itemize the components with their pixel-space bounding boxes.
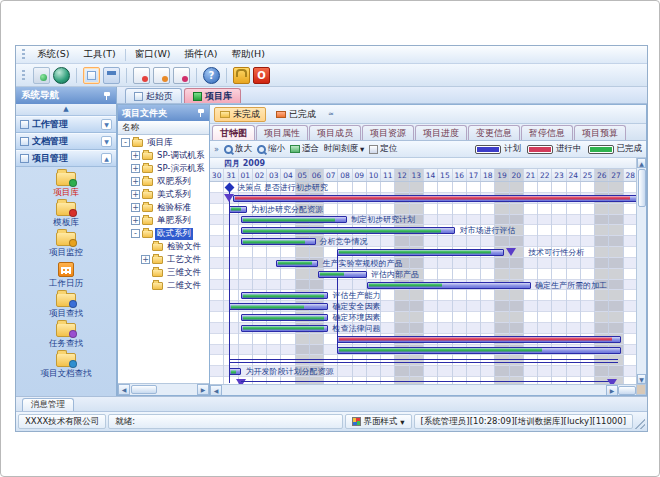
gantt-bar[interactable] [276,260,319,267]
tree-expander-icon[interactable]: + [131,151,140,160]
menu-item-5[interactable]: 帮助(H) [224,47,272,62]
fit-button[interactable]: 适合 [290,143,319,155]
template-window-icon[interactable] [103,67,120,84]
time-scale-dropdown[interactable]: 时间刻度▾ [324,143,364,155]
tree-expander-icon[interactable]: + [131,216,140,225]
menu-item-3[interactable]: 窗口(W) [128,47,178,62]
tree-node-10[interactable]: +工艺文件 [118,253,209,266]
tree-node-8[interactable]: -欧式系列 [118,227,209,240]
lock-icon[interactable] [233,67,250,84]
tree-node-1[interactable]: -项目库 [118,136,209,149]
project-window-icon[interactable] [83,67,100,84]
tree-node-7[interactable]: +单肥系列 [118,214,209,227]
tree-node-2[interactable]: +SP-调试机系 [118,149,209,162]
sidebar-item-2[interactable]: 模板库 [20,201,112,230]
tree-node-9[interactable]: 检验文件 [118,240,209,253]
tree-expander-icon[interactable]: + [141,255,150,264]
detail-tab-1[interactable]: 甘特图 [212,125,255,140]
sidebar-item-6[interactable]: 任务查找 [20,322,112,351]
scroll-down-icon[interactable]: ▼ [637,374,646,384]
toolbar-grip[interactable] [22,70,25,81]
gantt-bar[interactable] [241,314,328,321]
tree-node-3[interactable]: +SP-演示机系 [118,162,209,175]
gantt-bar[interactable] [337,347,621,354]
detail-tab-8[interactable]: 项目预算 [574,125,626,140]
tree-expander-icon[interactable]: + [131,164,140,173]
gantt-bar[interactable] [241,216,347,223]
sidebar-group-1[interactable]: 工作管理▼ [16,116,116,133]
sidebar-item-5[interactable]: 项目查找 [20,292,112,321]
tree-expander-icon[interactable]: + [131,203,140,212]
locate-button[interactable]: 定位 [369,143,397,155]
gantt-bar[interactable] [318,271,367,278]
chevron-icon[interactable]: ▼ [101,136,112,147]
tree-pushpin-icon[interactable] [197,109,205,117]
chevron-icon[interactable]: ▲ [101,153,112,164]
pushpin-icon[interactable] [103,92,111,100]
sidebar-item-1[interactable]: 项目库 [20,171,112,200]
report-edit-icon[interactable] [153,67,170,84]
menu-item-1[interactable]: 系统(S) [30,47,76,62]
zoom-out-button[interactable]: 缩小 [257,143,285,155]
tree-expander-icon[interactable]: + [131,190,140,199]
gantt-bar[interactable] [241,238,315,245]
exit-icon[interactable]: O [253,67,270,84]
gantt-bar[interactable] [367,282,531,289]
tree-expander-icon[interactable]: - [121,138,130,147]
chevron-icon[interactable]: ▼ [101,119,112,130]
sidebar-collapse-button[interactable]: ▲ [16,104,116,116]
filter-button-uncompleted[interactable]: 未完成 [214,107,266,122]
scroll-left-icon[interactable]: ◀ [118,384,130,395]
tab-message-management[interactable]: 消息管理 [22,398,74,411]
report-delete-icon[interactable] [173,67,190,84]
scroll-left-icon[interactable]: ◀ [210,385,222,396]
help-icon[interactable]: ? [203,67,220,84]
scroll-up-icon[interactable]: ▲ [637,158,646,168]
detail-tab-3[interactable]: 项目成员 [309,125,361,140]
tree-scroll-thumb[interactable] [131,385,157,394]
sidebar-group-3[interactable]: 项目管理▲ [16,150,116,167]
gantt-bar[interactable] [229,368,241,375]
tree-horizontal-scrollbar[interactable]: ◀ ▶ [118,383,209,395]
gantt-bar[interactable] [229,206,247,213]
tree-node-6[interactable]: +检验标准 [118,201,209,214]
gantt-hscroll-thumb[interactable] [618,386,636,395]
sidebar-item-3[interactable]: 项目监控 [20,231,112,260]
gantt-vscroll-thumb[interactable] [638,169,646,207]
tab-start-page[interactable]: 起始页 [125,88,182,103]
gantt-bar[interactable] [241,292,328,299]
detail-tab-5[interactable]: 项目进度 [415,125,467,140]
gantt-bar[interactable] [337,336,621,343]
menu-item-4[interactable]: 插件(A) [177,47,224,62]
menu-item-2[interactable]: 工具(T) [76,47,122,62]
tree-expander-icon[interactable]: - [131,229,140,238]
gantt-bar[interactable] [233,195,638,202]
scroll-right-icon[interactable]: ▶ [197,384,209,395]
detail-tab-6[interactable]: 变更信息 [468,125,520,140]
tree-node-5[interactable]: +美式系列 [118,188,209,201]
tab-project-library[interactable]: 项目库 [184,88,241,103]
network-globe-icon[interactable] [53,67,70,84]
sidebar-group-2[interactable]: 文档管理▼ [16,133,116,150]
style-dropdown[interactable]: 界面样式 ▾ [345,414,412,429]
detail-tab-7[interactable]: 暂停信息 [521,125,573,140]
zoom-in-button[interactable]: 放大 [224,143,252,155]
gantt-overflow-icon[interactable]: » [214,145,219,154]
report-new-icon[interactable] [133,67,150,84]
sidebar-item-7[interactable]: 项目文档查找 [20,352,112,381]
milestone-triangle[interactable] [506,248,516,256]
gantt-bar[interactable] [229,303,328,310]
sidebar-item-4[interactable]: 工作日历 [20,261,112,291]
gantt-bar[interactable] [241,227,455,234]
tree-node-12[interactable]: 二维文件 [118,279,209,292]
detail-tab-4[interactable]: 项目资源 [362,125,414,140]
tree-node-11[interactable]: 三维文件 [118,266,209,279]
menubar-grip[interactable] [22,49,25,60]
filter-button-completed[interactable]: 已完成 [270,107,322,122]
gantt-bar[interactable] [337,249,504,256]
gantt-bar[interactable] [241,325,328,332]
scroll-right-icon[interactable]: ▶ [606,385,618,396]
detail-tab-2[interactable]: 项目属性 [256,125,308,140]
gantt-vertical-scrollbar[interactable]: ▲ ▼ [636,158,646,384]
tree-expander-icon[interactable]: + [131,177,140,186]
